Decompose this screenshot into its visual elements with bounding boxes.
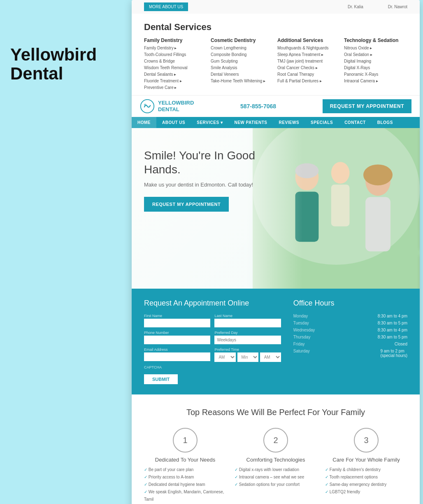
hours-monday: Monday 8:30 am to 4 pm xyxy=(293,313,407,320)
service-col-title-family: Family Dentistry xyxy=(144,37,207,43)
form-row-email: Email Address Preferred Time AM Min AMPM xyxy=(144,348,281,362)
svg-point-11 xyxy=(363,164,393,185)
header-bar: YELLOWBIRD DENTAL 587-855-7068 REQUEST M… xyxy=(132,95,420,117)
website-preview: MORE ABOUT US Dr. Kalia Dr. Nawrot Denta… xyxy=(132,0,420,504)
logo-area: YELLOWBIRD DENTAL xyxy=(140,99,194,114)
svg-point-8 xyxy=(365,167,390,196)
more-about-btn[interactable]: MORE ABOUT US xyxy=(144,2,188,11)
reasons-title: Top Reasons We Will Be Perfect For Your … xyxy=(144,407,407,418)
phone-label: Phone Number xyxy=(144,331,210,335)
preferred-time-label: Preferred Time xyxy=(214,348,281,352)
reason-title-2: Comforting Technologies xyxy=(235,457,317,463)
submit-button[interactable]: SUBMIT xyxy=(144,374,178,384)
service-col-cosmetic: Cosmetic Dentistry Crown Lengthening Com… xyxy=(211,37,274,91)
nav-services[interactable]: SERVICES ▾ xyxy=(191,117,228,128)
form-title: Request An Appointment Online xyxy=(144,299,281,308)
reason-item-2: 2 Comforting Technologies Digital x-rays… xyxy=(235,428,317,503)
nav-specials[interactable]: SPECIALS xyxy=(305,117,339,128)
svg-point-10 xyxy=(295,163,319,178)
service-col-family: Family Dentistry Family Dentistry ▸ Toot… xyxy=(144,37,207,91)
preferred-day-input[interactable] xyxy=(214,336,281,344)
phone-input[interactable] xyxy=(144,336,210,344)
firstname-label: First Name xyxy=(144,314,210,318)
left-panel: Yellowbird Dental xyxy=(0,33,132,96)
hours-friday: Friday Closed xyxy=(293,341,407,348)
firstname-input[interactable] xyxy=(144,319,210,327)
hours-tuesday: Tuesday 8:30 am to 5 pm xyxy=(293,320,407,327)
service-cosmetic-items: Crown Lengthening Composite Bonding Gum … xyxy=(211,45,274,84)
svg-rect-9 xyxy=(365,197,390,252)
svg-point-1 xyxy=(144,104,146,106)
form-group-email: Email Address xyxy=(144,348,210,362)
reason-title-1: Dedicated To Your Needs xyxy=(144,457,226,463)
svg-rect-7 xyxy=(331,184,350,226)
office-hours-section: Office Hours Monday 8:30 am to 4 pm Tues… xyxy=(293,299,407,384)
brand-title: Yellowbird Dental xyxy=(10,45,121,83)
reasons-section: Top Reasons We Will Be Perfect For Your … xyxy=(132,394,420,504)
doctor1-name: Dr. Kalia xyxy=(348,5,363,9)
reason-circle-2: 2 xyxy=(263,428,288,453)
logo-text: YELLOWBIRD DENTAL xyxy=(158,100,194,112)
time-hour-select[interactable]: AM xyxy=(214,352,235,362)
hours-wednesday: Wednesday 8:30 am to 4 pm xyxy=(293,327,407,334)
reason-title-3: Care For Your Whole Family xyxy=(325,457,407,463)
captcha-row: CAPTCHA xyxy=(144,365,281,369)
nav-about[interactable]: ABOUT US xyxy=(156,117,191,128)
reason-list-2: Digital x-rays with lower radiation Intr… xyxy=(235,466,317,488)
hero-title: Smile! You're In Good Hands. xyxy=(144,149,259,176)
top-services-row: MORE ABOUT US Dr. Kalia Dr. Nawrot xyxy=(132,0,420,14)
lastname-input[interactable] xyxy=(214,319,281,327)
hours-saturday: Saturday 9 am to 2 pm(special hours) xyxy=(293,348,407,359)
service-family-items: Family Dentistry ▸ Tooth-Coloured Fillin… xyxy=(144,45,207,91)
hours-thursday: Thursday 8:30 am to 5 pm xyxy=(293,334,407,341)
preferred-day-label: Preferred Day xyxy=(214,331,281,335)
service-tech-items: Nitrous Oxide ▸ Oral Sedation ▸ Digital … xyxy=(344,45,407,84)
reason-item-3: 3 Care For Your Whole Family Family & ch… xyxy=(325,428,407,503)
nav-home[interactable]: HOME xyxy=(132,117,156,128)
email-input[interactable] xyxy=(144,352,210,361)
hero-content: Smile! You're In Good Hands. Make us you… xyxy=(144,149,259,212)
form-row-phone: Phone Number Preferred Day xyxy=(144,331,281,344)
hero-photo xyxy=(253,128,420,289)
form-group-firstname: First Name xyxy=(144,314,210,327)
svg-rect-5 xyxy=(295,191,319,242)
reason-item-1: 1 Dedicated To Your Needs Be part of you… xyxy=(144,428,226,503)
form-group-phone: Phone Number xyxy=(144,331,210,344)
office-hours-title: Office Hours xyxy=(293,299,407,308)
reason-list-3: Family & children's dentistry Tooth repl… xyxy=(325,466,407,496)
service-col-title-tech: Technology & Sedation xyxy=(344,37,407,43)
service-col-tech: Technology & Sedation Nitrous Oxide ▸ Or… xyxy=(344,37,407,91)
reason-circle-1: 1 xyxy=(173,428,198,453)
nav-reviews[interactable]: REVIEWS xyxy=(273,117,305,128)
appointment-button[interactable]: REQUEST MY APPOINTMENT xyxy=(323,99,411,113)
service-col-additional: Additional Services Mouthguards & Nightg… xyxy=(277,37,341,91)
service-col-title-cosmetic: Cosmetic Dentistry xyxy=(211,37,274,43)
appointment-section: Request An Appointment Online First Name… xyxy=(132,289,420,394)
svg-rect-2 xyxy=(253,128,420,289)
reason-list-1: Be part of your care plan Priority acces… xyxy=(144,466,226,503)
nav-bar: HOME ABOUT US SERVICES ▾ NEW PATIENTS RE… xyxy=(132,117,420,128)
nav-blogs[interactable]: BLOGS xyxy=(372,117,399,128)
time-min-select[interactable]: Min xyxy=(237,352,258,362)
form-group-lastname: Last Name xyxy=(214,314,281,327)
svg-point-4 xyxy=(295,163,319,190)
time-ampm-select[interactable]: AMPM xyxy=(260,352,281,362)
nav-new-patients[interactable]: NEW PATIENTS xyxy=(228,117,273,128)
time-preferred-selects: AM Min AMPM xyxy=(214,352,281,362)
hero-cta-button[interactable]: REQUEST MY APPOINTMENT xyxy=(144,197,229,212)
reason-circle-3: 3 xyxy=(354,428,379,453)
phone-number: 587-855-7068 xyxy=(240,103,276,110)
svg-point-3 xyxy=(253,128,420,265)
appointment-form: Request An Appointment Online First Name… xyxy=(144,299,281,384)
svg-point-6 xyxy=(331,162,350,184)
services-section: Dental Services Family Dentistry Family … xyxy=(132,14,420,95)
services-title: Dental Services xyxy=(144,22,407,33)
service-col-title-additional: Additional Services xyxy=(277,37,341,43)
hero-subtitle: Make us your dentist in Edmonton. Call t… xyxy=(144,181,259,189)
logo-icon xyxy=(140,99,155,114)
form-group-preferred-time: Preferred Time AM Min AMPM xyxy=(214,348,281,362)
form-row-name: First Name Last Name xyxy=(144,314,281,327)
email-label: Email Address xyxy=(144,348,210,352)
nav-contact[interactable]: CONTACT xyxy=(339,117,372,128)
hero-section: Smile! You're In Good Hands. Make us you… xyxy=(132,128,420,289)
